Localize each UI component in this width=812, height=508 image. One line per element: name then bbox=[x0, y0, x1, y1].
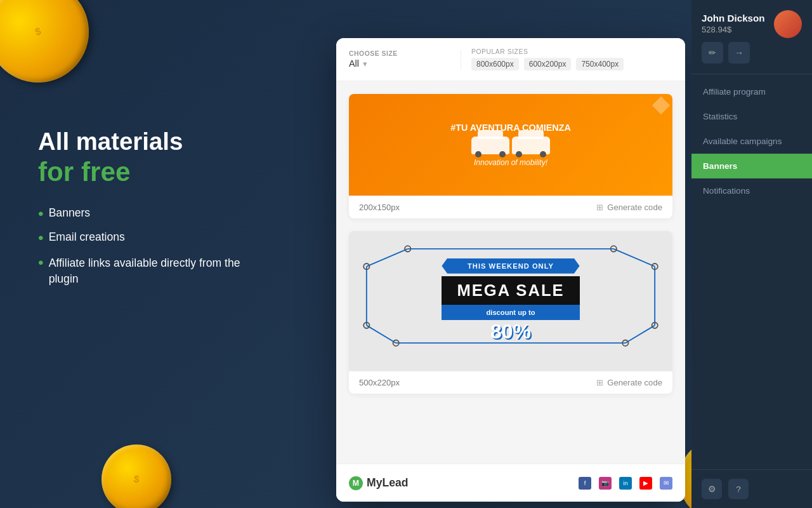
bullet-affiliate: Affiliate links available directly from … bbox=[38, 255, 254, 286]
car-1 bbox=[471, 137, 509, 154]
banner-image-0: #TU AVENTURA COMIENZA Innovation of mobi… bbox=[349, 94, 672, 196]
edit-profile-button[interactable]: ✏ bbox=[702, 42, 723, 64]
choose-size-bar: CHOOSE SIZE All ▾ POPULAR SIZES 800x600p… bbox=[336, 38, 685, 81]
generate-btn-0[interactable]: ⊞ Generate code bbox=[596, 203, 662, 212]
size-tag-0[interactable]: 800x600px bbox=[471, 58, 519, 70]
user-avatar bbox=[774, 10, 802, 38]
car-2 bbox=[512, 137, 550, 154]
bullet-email: Email creations bbox=[38, 231, 254, 246]
banner-subtitle: Innovation of mobility! bbox=[450, 158, 571, 167]
user-actions: ✏ → bbox=[702, 42, 802, 64]
sale-sub-text: discount up to bbox=[442, 305, 579, 320]
hero-bullets: Banners Email creations Affiliate links … bbox=[38, 206, 254, 287]
help-icon[interactable]: ? bbox=[728, 479, 749, 499]
popular-label: POPULAR SIZES bbox=[471, 48, 624, 55]
banner-footer-0: 200x150px ⊞ Generate code bbox=[349, 196, 672, 218]
logo-icon: M bbox=[349, 476, 363, 490]
linkedin-icon[interactable]: in bbox=[619, 477, 632, 490]
generate-icon-1: ⊞ bbox=[596, 378, 603, 387]
banner-sale: Adobe Stock THIS WEEKEND ONLY MEGA SALE … bbox=[349, 231, 672, 371]
choose-size-label: CHOOSE SIZE bbox=[349, 50, 450, 57]
mylead-logo: M MyLead bbox=[349, 476, 409, 490]
logout-button[interactable]: → bbox=[728, 42, 750, 64]
selected-size: All bbox=[349, 58, 359, 69]
size-tag-2[interactable]: 750x400px bbox=[576, 58, 624, 70]
nav-statistics[interactable]: Statistics bbox=[691, 104, 812, 129]
size-tag-1[interactable]: 600x200px bbox=[524, 58, 572, 70]
panel-footer: M MyLead f 📷 in ▶ ✉ bbox=[336, 464, 685, 502]
user-profile: John Dickson 528.94$ ✏ → bbox=[691, 0, 812, 74]
banner-size-0: 200x150px bbox=[359, 203, 400, 212]
settings-icon[interactable]: ⚙ bbox=[702, 479, 722, 499]
sale-main-text: MEGA SALE bbox=[457, 283, 564, 299]
sale-main-block: MEGA SALE bbox=[442, 276, 579, 305]
size-tags: 800x600px 600x200px 750x400px bbox=[471, 58, 624, 70]
banner-orange: #TU AVENTURA COMIENZA Innovation of mobi… bbox=[349, 94, 672, 196]
corner-decoration bbox=[652, 97, 670, 114]
nav-available-campaigns[interactable]: Available campaigns bbox=[691, 129, 812, 154]
size-dropdown[interactable]: CHOOSE SIZE All ▾ bbox=[349, 50, 450, 69]
hero-section: All materials for free Banners Email cre… bbox=[38, 127, 254, 295]
sale-top-text: THIS WEEKEND ONLY bbox=[442, 258, 579, 274]
hero-title: All materials for free bbox=[38, 127, 254, 189]
discord-icon[interactable]: ✉ bbox=[660, 477, 672, 490]
bullet-banners: Banners bbox=[38, 206, 254, 222]
svg-line-5 bbox=[367, 325, 396, 343]
banner-card-0: #TU AVENTURA COMIENZA Innovation of mobi… bbox=[349, 94, 672, 218]
banner-card-1: Adobe Stock THIS WEEKEND ONLY MEGA SALE … bbox=[349, 231, 672, 394]
main-panel: CHOOSE SIZE All ▾ POPULAR SIZES 800x600p… bbox=[336, 38, 685, 502]
facebook-icon[interactable]: f bbox=[579, 477, 591, 490]
svg-line-6 bbox=[613, 249, 655, 267]
nav-affiliate-program[interactable]: Affiliate program bbox=[691, 79, 812, 104]
svg-line-4 bbox=[367, 249, 408, 267]
dropdown-arrow-icon: ▾ bbox=[363, 59, 367, 69]
banners-content: #TU AVENTURA COMIENZA Innovation of mobi… bbox=[336, 81, 685, 462]
banner-footer-1: 500x220px ⊞ Generate code bbox=[349, 371, 672, 394]
sidebar-bottom: ⚙ ? bbox=[691, 469, 812, 508]
popular-sizes: POPULAR SIZES 800x600px 600x200px 750x40… bbox=[471, 48, 624, 70]
divider bbox=[461, 50, 461, 69]
cars-visual bbox=[450, 137, 571, 154]
nav-banners[interactable]: Banners bbox=[691, 154, 812, 178]
banner-content: #TU AVENTURA COMIENZA Innovation of mobi… bbox=[444, 116, 577, 173]
generate-btn-1[interactable]: ⊞ Generate code bbox=[596, 378, 662, 387]
generate-icon-0: ⊞ bbox=[596, 203, 603, 212]
sale-content: THIS WEEKEND ONLY MEGA SALE discount up … bbox=[442, 258, 579, 344]
banner-image-1: Adobe Stock THIS WEEKEND ONLY MEGA SALE … bbox=[349, 231, 672, 371]
banner-title: #TU AVENTURA COMIENZA bbox=[450, 123, 571, 133]
sidebar: John Dickson 528.94$ ✏ → Affiliate progr… bbox=[691, 0, 812, 508]
nav-notifications[interactable]: Notifications bbox=[691, 178, 812, 203]
instagram-icon[interactable]: 📷 bbox=[599, 477, 612, 490]
nav-items: Affiliate program Statistics Available c… bbox=[691, 74, 812, 469]
sale-percent: 80% bbox=[442, 320, 579, 344]
youtube-icon[interactable]: ▶ bbox=[639, 477, 652, 490]
banner-size-1: 500x220px bbox=[359, 378, 400, 387]
size-dropdown-trigger[interactable]: All ▾ bbox=[349, 58, 450, 69]
social-icons: f 📷 in ▶ ✉ bbox=[579, 477, 672, 490]
svg-line-7 bbox=[625, 325, 655, 343]
